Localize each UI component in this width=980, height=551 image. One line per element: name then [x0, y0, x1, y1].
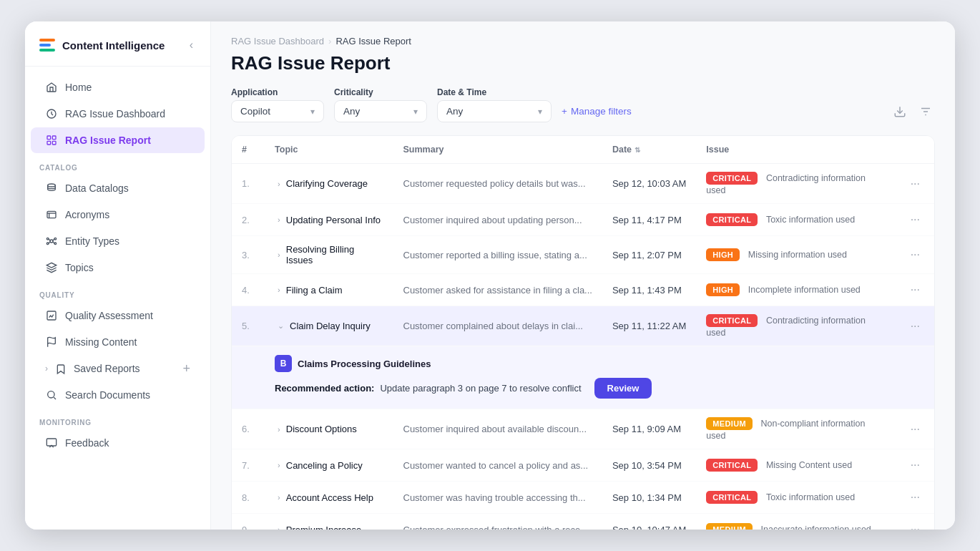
breadcrumb-current: RAG Issue Report: [335, 36, 411, 47]
row-expand-button[interactable]: ›: [275, 284, 283, 296]
issue-badge: MEDIUM: [706, 523, 753, 530]
sidebar-item-topics[interactable]: Topics: [31, 255, 205, 281]
table-row: 9. › Premium Increase Customer expressed…: [232, 514, 934, 530]
sidebar-item-data-catalogs[interactable]: Data Catalogs: [31, 175, 205, 201]
row-expand-button[interactable]: ›: [275, 214, 283, 225]
issue-badge: CRITICAL: [706, 491, 758, 504]
criticality-filter-label: Criticality: [334, 87, 427, 97]
row-date: Sep 11, 2:07 PM: [602, 236, 696, 274]
sidebar-item-missing-content-label: Missing Content: [65, 336, 137, 348]
sidebar-item-feedback[interactable]: Feedback: [31, 430, 205, 456]
col-num: #: [232, 136, 265, 164]
sidebar-item-acronyms-label: Acronyms: [65, 209, 109, 220]
sidebar-item-saved-reports[interactable]: › Saved Reports +: [31, 356, 205, 381]
sidebar-item-quality-assessment[interactable]: Quality Assessment: [31, 303, 205, 328]
expanded-row-content: B Claims Processing Guidelines Recommend…: [232, 346, 934, 409]
row-more-button[interactable]: ···: [906, 318, 924, 334]
svg-line-13: [53, 239, 54, 241]
issue-description: Toxic information used: [766, 492, 855, 502]
datetime-filter-chevron: ▾: [538, 107, 542, 117]
col-summary: Summary: [393, 136, 602, 164]
row-date: Sep 11, 1:43 PM: [602, 274, 696, 306]
table-header-row: # Topic Summary Date ⇅ Issue: [232, 136, 934, 164]
download-button[interactable]: [891, 102, 909, 121]
row-issue: CRITICAL Contradicting information used: [696, 164, 896, 204]
row-more-button[interactable]: ···: [906, 247, 924, 263]
row-summary: Customer complained about delays in clai…: [393, 306, 602, 346]
row-issue: HIGH Incomplete information used: [696, 274, 896, 306]
table-row: 8. › Account Access Help Customer was ha…: [232, 482, 934, 514]
sidebar-item-missing-content[interactable]: Missing Content: [31, 329, 205, 355]
row-more-button[interactable]: ···: [906, 176, 924, 192]
sidebar-item-home[interactable]: Home: [31, 74, 205, 100]
manage-filters-button[interactable]: + Manage filters: [562, 106, 632, 117]
table-row: 2. › Updating Personal Info Customer inq…: [232, 204, 934, 236]
breadcrumb-parent[interactable]: RAG Issue Dashboard: [231, 36, 324, 47]
issue-badge: MEDIUM: [706, 417, 753, 430]
nodes-icon: [45, 235, 58, 248]
chart-icon: [45, 134, 58, 147]
row-topic: › Clarifying Coverage: [265, 164, 393, 204]
logo-line-3: [39, 49, 55, 52]
row-expand-button[interactable]: ›: [275, 424, 283, 435]
filter-lines-button[interactable]: [916, 102, 935, 121]
criticality-filter-chevron: ▾: [413, 107, 418, 117]
row-more-button[interactable]: ···: [906, 489, 924, 505]
row-num: 1.: [232, 164, 265, 204]
row-issue: CRITICAL Toxic information used: [696, 482, 896, 514]
svg-rect-17: [47, 311, 56, 320]
row-more: ···: [896, 236, 934, 274]
svg-rect-3: [47, 141, 51, 145]
topic-text: Clarifying Coverage: [286, 178, 368, 189]
topic-text: Resolving Billing Issues: [286, 244, 383, 265]
row-more-button[interactable]: ···: [906, 212, 924, 228]
row-summary: Customer asked for assistance in filing …: [393, 274, 602, 306]
row-num: 7.: [232, 449, 265, 482]
recommended-action-text: Update paragraph 3 on page 7 to resolve …: [380, 383, 581, 394]
col-date[interactable]: Date ⇅: [602, 136, 696, 164]
sidebar-item-topics-label: Topics: [65, 262, 94, 273]
row-expand-button[interactable]: ›: [275, 249, 283, 260]
logo-line-2: [39, 44, 51, 47]
issue-badge: CRITICAL: [706, 314, 758, 327]
sidebar-item-rag-dashboard[interactable]: RAG Issue Dashboard: [31, 101, 205, 127]
row-more-button[interactable]: ···: [906, 282, 924, 298]
row-more-button[interactable]: ···: [906, 522, 924, 530]
app-name: Content Intelligence: [62, 39, 165, 52]
row-topic: › Resolving Billing Issues: [265, 236, 393, 274]
application-filter-value: Copilot: [240, 106, 270, 117]
application-filter-select[interactable]: Copilot ▾: [231, 100, 324, 122]
row-expand-button[interactable]: ›: [275, 524, 283, 530]
page-title: RAG Issue Report: [231, 52, 935, 74]
sidebar-item-entity-types[interactable]: Entity Types: [31, 228, 205, 254]
svg-line-20: [54, 397, 56, 399]
row-date: Sep 11, 11:22 AM: [602, 306, 696, 346]
row-expand-button[interactable]: ⌄: [275, 320, 287, 332]
row-num: 8.: [232, 482, 265, 514]
sidebar-item-rag-report[interactable]: RAG Issue Report: [31, 127, 205, 153]
row-expand-button[interactable]: ›: [275, 178, 283, 190]
row-more-button[interactable]: ···: [906, 457, 924, 473]
datetime-filter-select[interactable]: Any ▾: [437, 100, 552, 122]
filters-row: Application Copilot ▾ Criticality Any ▾ …: [231, 87, 935, 122]
row-summary: Customer requested policy details but wa…: [393, 164, 602, 204]
svg-point-19: [48, 391, 54, 398]
row-date: Sep 10, 10:47 AM: [602, 514, 696, 530]
row-more-button[interactable]: ···: [906, 421, 924, 437]
row-date: Sep 10, 3:54 PM: [602, 449, 696, 482]
criticality-filter-select[interactable]: Any ▾: [334, 100, 427, 122]
main-content: RAG Issue Dashboard › RAG Issue Report R…: [211, 21, 955, 530]
sidebar-item-entity-types-label: Entity Types: [65, 235, 119, 247]
sidebar-collapse-button[interactable]: ‹: [187, 37, 196, 53]
row-issue: CRITICAL Contradicting information used: [696, 306, 896, 346]
saved-reports-add-icon[interactable]: +: [182, 362, 190, 375]
row-more: ···: [896, 514, 934, 530]
sidebar-item-acronyms[interactable]: Acronyms: [31, 202, 205, 228]
row-expand-button[interactable]: ›: [275, 459, 283, 471]
svg-marker-16: [46, 263, 56, 268]
source-icon: B: [275, 355, 292, 372]
sidebar-item-search-documents[interactable]: Search Documents: [31, 382, 205, 408]
row-expand-button[interactable]: ›: [275, 492, 283, 503]
section-catalog-label: CATALOG: [25, 154, 210, 175]
review-button[interactable]: Review: [594, 378, 652, 399]
